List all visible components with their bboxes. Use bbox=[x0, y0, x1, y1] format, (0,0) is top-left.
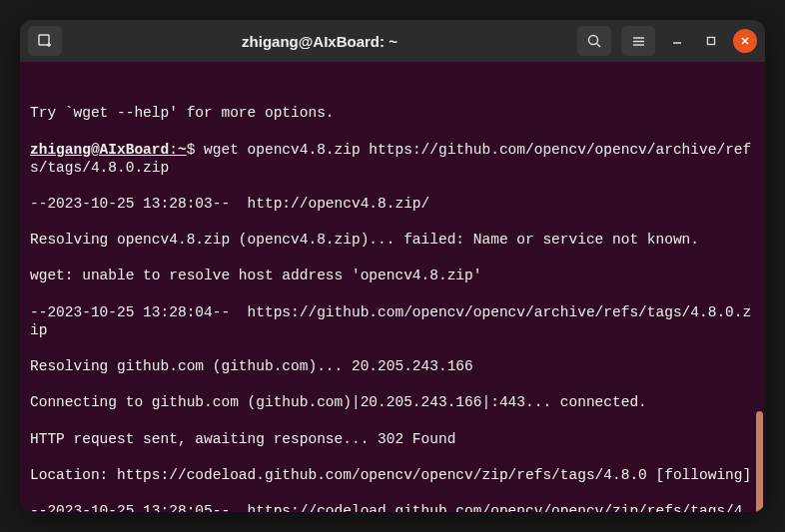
output-line: --2023-10-25 13:28:03-- http://opencv4.8… bbox=[30, 195, 755, 213]
minimize-icon bbox=[672, 36, 682, 46]
titlebar-controls bbox=[577, 26, 757, 56]
output-line: --2023-10-25 13:28:05-- https://codeload… bbox=[30, 502, 755, 512]
prompt-user: zhigang@AIxBoard bbox=[30, 142, 169, 158]
close-button[interactable] bbox=[733, 29, 757, 53]
prompt-line: zhigang@AIxBoard:~$ wget opencv4.8.zip h… bbox=[30, 141, 755, 177]
output-line: Connecting to github.com (github.com)|20… bbox=[30, 393, 755, 411]
search-icon bbox=[587, 34, 602, 49]
maximize-icon bbox=[706, 36, 716, 46]
output-line: Location: https://codeload.github.com/op… bbox=[30, 466, 755, 484]
new-tab-icon bbox=[37, 33, 53, 49]
svg-line-4 bbox=[596, 43, 600, 47]
output-line: --2023-10-25 13:28:04-- https://github.c… bbox=[30, 303, 755, 339]
new-tab-button[interactable] bbox=[28, 26, 62, 56]
terminal-output[interactable]: Try `wget --help' for more options. zhig… bbox=[20, 62, 765, 512]
prompt-path: ~ bbox=[178, 142, 187, 158]
menu-button[interactable] bbox=[621, 26, 655, 56]
maximize-button[interactable] bbox=[699, 29, 723, 53]
scrollbar-thumb[interactable] bbox=[756, 411, 763, 512]
output-line: Resolving github.com (github.com)... 20.… bbox=[30, 357, 755, 375]
svg-rect-9 bbox=[708, 38, 715, 45]
prompt-sep: : bbox=[169, 142, 178, 158]
output-line: Resolving opencv4.8.zip (opencv4.8.zip).… bbox=[30, 231, 755, 249]
prompt-dollar: $ bbox=[187, 142, 204, 158]
titlebar: zhigang@AIxBoard: ~ bbox=[20, 20, 765, 62]
output-line: Try `wget --help' for more options. bbox=[30, 104, 755, 122]
terminal-window: zhigang@AIxBoard: ~ Try `wget --help' fo… bbox=[20, 20, 765, 512]
search-button[interactable] bbox=[577, 26, 611, 56]
output-line: HTTP request sent, awaiting response... … bbox=[30, 430, 755, 448]
hamburger-icon bbox=[631, 34, 646, 49]
svg-rect-0 bbox=[39, 35, 49, 45]
svg-point-3 bbox=[588, 35, 597, 44]
window-title: zhigang@AIxBoard: ~ bbox=[70, 33, 569, 50]
close-icon bbox=[740, 36, 750, 46]
minimize-button[interactable] bbox=[665, 29, 689, 53]
output-line: wget: unable to resolve host address 'op… bbox=[30, 266, 755, 284]
